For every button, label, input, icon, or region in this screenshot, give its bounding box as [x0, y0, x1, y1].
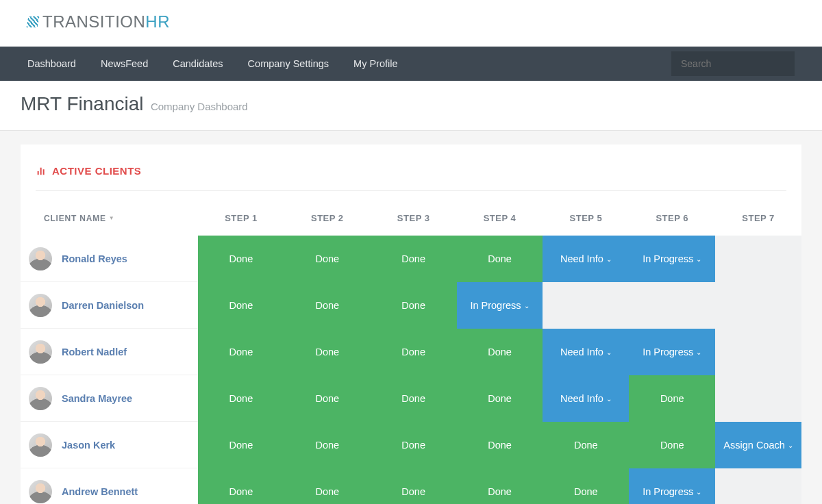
status-empty: [715, 375, 801, 422]
status-empty: [715, 282, 801, 329]
status-done: Done: [543, 468, 629, 504]
col-step-3: STEP 3: [371, 207, 457, 236]
status-done: Done: [371, 329, 457, 375]
client-cell: Sandra Mayree: [21, 375, 198, 422]
status-done: Done: [198, 468, 284, 504]
col-client-name[interactable]: CLIENT NAME ▼: [21, 207, 198, 236]
status-done: Done: [284, 282, 371, 329]
logo-text-main: TRANSITION: [42, 12, 145, 31]
logo-text-accent: HR: [145, 12, 170, 31]
client-cell: Ronald Reyes: [21, 236, 198, 282]
status-done: Done: [629, 375, 715, 422]
client-name-link[interactable]: Jason Kerk: [62, 440, 115, 451]
chevron-down-icon: ⌄: [606, 395, 612, 403]
client-cell: Darren Danielson: [21, 282, 198, 329]
logo-strip: TRANSITIONHR: [0, 0, 822, 47]
search-input[interactable]: [681, 58, 801, 69]
main-nav: Dashboard NewsFeed Candidates Company Se…: [0, 47, 822, 81]
status-done: Done: [543, 422, 629, 468]
status-need-info[interactable]: Need Info⌄: [543, 236, 629, 282]
status-in-progress[interactable]: In Progress⌄: [457, 282, 543, 329]
avatar: [29, 294, 52, 317]
chevron-down-icon: ⌄: [696, 255, 701, 263]
status-done: Done: [284, 236, 371, 282]
section-title: ACTIVE CLIENTS: [21, 158, 801, 190]
client-name-link[interactable]: Darren Danielson: [62, 300, 144, 311]
status-done: Done: [198, 329, 284, 375]
logo[interactable]: TRANSITIONHR: [27, 12, 795, 32]
avatar: [29, 340, 52, 364]
nav-links: Dashboard NewsFeed Candidates Company Se…: [27, 58, 398, 69]
status-need-info[interactable]: Need Info⌄: [543, 375, 629, 422]
section-title-text: ACTIVE CLIENTS: [52, 165, 141, 177]
col-step-4: STEP 4: [457, 207, 543, 236]
status-done: Done: [629, 422, 715, 468]
status-done: Done: [284, 329, 371, 375]
status-in-progress[interactable]: In Progress⌄: [629, 236, 715, 282]
client-name-link[interactable]: Andrew Bennett: [62, 486, 138, 497]
col-step-5: STEP 5: [543, 207, 629, 236]
status-done: Done: [371, 468, 457, 504]
status-empty: [629, 282, 715, 329]
status-assign-coach[interactable]: Assign Coach⌄: [715, 422, 801, 468]
active-clients-card: ACTIVE CLIENTS CLIENT NAME ▼ STEP 1 STEP…: [21, 144, 801, 504]
logo-icon: [27, 16, 40, 27]
avatar: [29, 387, 52, 410]
page-header: MRT Financial Company Dashboard: [0, 81, 822, 131]
status-done: Done: [198, 282, 284, 329]
status-in-progress[interactable]: In Progress⌄: [629, 329, 715, 375]
nav-candidates[interactable]: Candidates: [173, 58, 223, 69]
status-done: Done: [371, 282, 457, 329]
company-name: MRT Financial: [21, 93, 143, 114]
status-empty: [715, 329, 801, 375]
client-name-link[interactable]: Ronald Reyes: [62, 253, 127, 264]
status-empty: [543, 282, 629, 329]
status-done: Done: [457, 375, 543, 422]
client-name-link[interactable]: Sandra Mayree: [62, 393, 132, 404]
status-need-info[interactable]: Need Info⌄: [543, 329, 629, 375]
status-done: Done: [457, 329, 543, 375]
avatar: [29, 433, 52, 457]
status-done: Done: [371, 422, 457, 468]
divider: [36, 190, 786, 191]
status-done: Done: [198, 236, 284, 282]
status-done: Done: [198, 375, 284, 422]
col-step-7: STEP 7: [715, 207, 801, 236]
client-cell: Andrew Bennett: [21, 468, 198, 504]
status-done: Done: [284, 468, 371, 504]
client-name-link[interactable]: Robert Nadlef: [62, 346, 127, 357]
bar-chart-icon: [36, 166, 47, 177]
chevron-down-icon: ⌄: [788, 442, 793, 449]
status-done: Done: [371, 375, 457, 422]
status-done: Done: [284, 375, 371, 422]
sort-icon: ▼: [109, 215, 115, 221]
avatar: [29, 480, 52, 503]
chevron-down-icon: ⌄: [606, 255, 612, 263]
status-in-progress[interactable]: In Progress⌄: [629, 468, 715, 504]
col-step-2: STEP 2: [284, 207, 371, 236]
avatar: [29, 247, 52, 270]
chevron-down-icon: ⌄: [696, 488, 701, 496]
status-empty: [715, 468, 801, 504]
chevron-down-icon: ⌄: [524, 302, 530, 310]
status-done: Done: [284, 422, 371, 468]
nav-dashboard[interactable]: Dashboard: [27, 58, 76, 69]
status-empty: [715, 236, 801, 282]
col-step-1: STEP 1: [198, 207, 284, 236]
col-step-6: STEP 6: [629, 207, 715, 236]
client-cell: Robert Nadlef: [21, 329, 198, 375]
client-cell: Jason Kerk: [21, 422, 198, 468]
nav-newsfeed[interactable]: NewsFeed: [101, 58, 148, 69]
status-done: Done: [457, 236, 543, 282]
status-done: Done: [457, 468, 543, 504]
chevron-down-icon: ⌄: [696, 349, 701, 356]
nav-company-settings[interactable]: Company Settings: [248, 58, 329, 69]
clients-grid: CLIENT NAME ▼ STEP 1 STEP 2 STEP 3 STEP …: [21, 207, 801, 504]
chevron-down-icon: ⌄: [606, 349, 612, 356]
nav-my-profile[interactable]: My Profile: [353, 58, 397, 69]
page-subtitle: Company Dashboard: [151, 101, 248, 112]
status-done: Done: [457, 422, 543, 468]
logo-text: TRANSITIONHR: [42, 12, 170, 32]
search-box[interactable]: [671, 51, 795, 76]
status-done: Done: [198, 422, 284, 468]
